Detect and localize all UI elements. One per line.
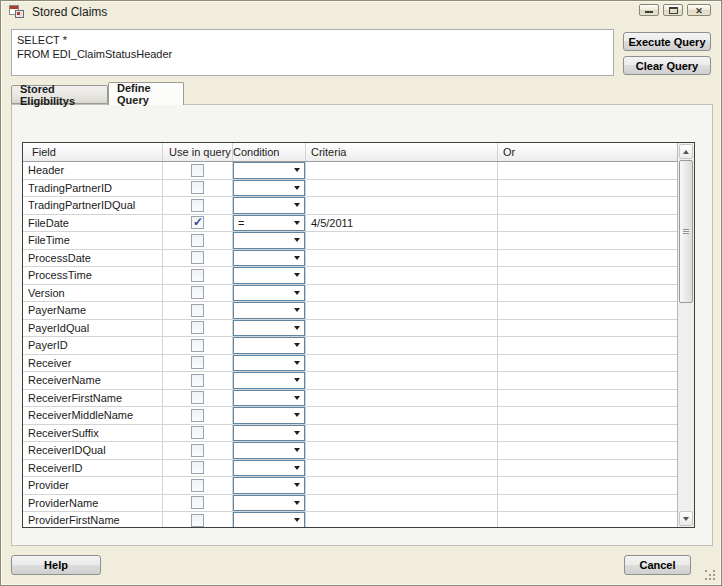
field-cell[interactable]: FileTime	[23, 232, 163, 249]
maximize-button[interactable]	[663, 4, 683, 16]
condition-dropdown[interactable]	[233, 302, 305, 319]
field-cell[interactable]: ReceiverFirstName	[23, 390, 163, 407]
condition-dropdown[interactable]	[233, 250, 305, 267]
or-cell[interactable]	[498, 390, 677, 407]
scroll-down-button[interactable]	[679, 511, 693, 526]
field-cell[interactable]: ProcessDate	[23, 250, 163, 267]
grid-vertical-scrollbar[interactable]	[677, 143, 694, 527]
or-cell[interactable]	[498, 180, 677, 197]
use-in-query-checkbox[interactable]	[191, 286, 204, 299]
or-cell[interactable]	[498, 232, 677, 249]
criteria-cell[interactable]: 4/5/2011	[306, 215, 498, 232]
or-cell[interactable]	[498, 162, 677, 179]
use-in-query-checkbox[interactable]	[191, 181, 204, 194]
use-in-query-checkbox[interactable]	[191, 496, 204, 509]
criteria-cell[interactable]	[306, 355, 498, 372]
or-cell[interactable]	[498, 267, 677, 284]
criteria-cell[interactable]	[306, 372, 498, 389]
condition-dropdown[interactable]	[233, 372, 305, 389]
field-cell[interactable]: ReceiverSuffix	[23, 425, 163, 442]
field-cell[interactable]: Header	[23, 162, 163, 179]
column-header-use-in-query[interactable]: Use in query	[163, 143, 233, 161]
criteria-cell[interactable]	[306, 162, 498, 179]
use-in-query-checkbox[interactable]	[191, 444, 204, 457]
condition-dropdown[interactable]	[233, 495, 305, 512]
use-in-query-checkbox[interactable]	[191, 374, 204, 387]
use-in-query-checkbox[interactable]	[191, 164, 204, 177]
help-button[interactable]: Help	[11, 555, 101, 575]
criteria-cell[interactable]	[306, 232, 498, 249]
or-cell[interactable]	[498, 355, 677, 372]
or-cell[interactable]	[498, 477, 677, 494]
tab-stored-eligibilitys[interactable]: Stored Eligibilitys	[11, 85, 108, 104]
field-cell[interactable]: ProviderName	[23, 495, 163, 512]
use-in-query-checkbox[interactable]	[191, 356, 204, 369]
field-cell[interactable]: TradingPartnerID	[23, 180, 163, 197]
field-cell[interactable]: ProviderFirstName	[23, 512, 163, 527]
column-header-criteria[interactable]: Criteria	[306, 143, 498, 161]
or-cell[interactable]	[498, 337, 677, 354]
condition-dropdown[interactable]	[233, 232, 305, 249]
use-in-query-checkbox[interactable]	[191, 339, 204, 352]
condition-dropdown[interactable]: =	[233, 215, 305, 232]
condition-dropdown[interactable]	[233, 320, 305, 337]
condition-dropdown[interactable]	[233, 197, 305, 214]
field-cell[interactable]: TradingPartnerIDQual	[23, 197, 163, 214]
condition-dropdown[interactable]	[233, 267, 305, 284]
criteria-cell[interactable]	[306, 495, 498, 512]
field-cell[interactable]: PayerID	[23, 337, 163, 354]
condition-dropdown[interactable]	[233, 390, 305, 407]
use-in-query-checkbox[interactable]	[191, 269, 204, 282]
scroll-track[interactable]	[678, 160, 694, 510]
or-cell[interactable]	[498, 425, 677, 442]
column-header-condition[interactable]: Condition	[233, 143, 306, 161]
criteria-cell[interactable]	[306, 250, 498, 267]
use-in-query-checkbox[interactable]	[191, 409, 204, 422]
condition-dropdown[interactable]	[233, 425, 305, 442]
use-in-query-checkbox[interactable]	[191, 234, 204, 247]
condition-dropdown[interactable]	[233, 407, 305, 424]
or-cell[interactable]	[498, 512, 677, 527]
field-cell[interactable]: ReceiverID	[23, 460, 163, 477]
field-cell[interactable]: PayerIdQual	[23, 320, 163, 337]
condition-dropdown[interactable]	[233, 477, 305, 494]
or-cell[interactable]	[498, 302, 677, 319]
field-cell[interactable]: FileDate	[23, 215, 163, 232]
use-in-query-checkbox[interactable]	[191, 514, 204, 527]
scroll-up-button[interactable]	[679, 144, 693, 159]
sql-query-textbox[interactable]: SELECT * FROM EDI_ClaimStatusHeader	[11, 29, 614, 76]
condition-dropdown[interactable]	[233, 337, 305, 354]
use-in-query-checkbox[interactable]	[191, 199, 204, 212]
field-cell[interactable]: Receiver	[23, 355, 163, 372]
criteria-cell[interactable]	[306, 337, 498, 354]
or-cell[interactable]	[498, 215, 677, 232]
use-in-query-checkbox[interactable]	[191, 216, 204, 229]
criteria-cell[interactable]	[306, 442, 498, 459]
criteria-cell[interactable]	[306, 425, 498, 442]
condition-dropdown[interactable]	[233, 460, 305, 477]
criteria-cell[interactable]	[306, 460, 498, 477]
field-cell[interactable]: Version	[23, 285, 163, 302]
condition-dropdown[interactable]	[233, 162, 305, 179]
criteria-cell[interactable]	[306, 267, 498, 284]
condition-dropdown[interactable]	[233, 355, 305, 372]
close-button[interactable]	[687, 4, 711, 16]
use-in-query-checkbox[interactable]	[191, 304, 204, 317]
use-in-query-checkbox[interactable]	[191, 251, 204, 264]
criteria-cell[interactable]	[306, 512, 498, 527]
use-in-query-checkbox[interactable]	[191, 426, 204, 439]
or-cell[interactable]	[498, 372, 677, 389]
criteria-cell[interactable]	[306, 180, 498, 197]
cancel-button[interactable]: Cancel	[624, 555, 691, 575]
or-cell[interactable]	[498, 407, 677, 424]
field-cell[interactable]: PayerName	[23, 302, 163, 319]
column-header-field[interactable]: Field	[23, 143, 163, 161]
field-cell[interactable]: ReceiverIDQual	[23, 442, 163, 459]
condition-dropdown[interactable]	[233, 180, 305, 197]
or-cell[interactable]	[498, 285, 677, 302]
use-in-query-checkbox[interactable]	[191, 479, 204, 492]
or-cell[interactable]	[498, 320, 677, 337]
criteria-cell[interactable]	[306, 320, 498, 337]
criteria-cell[interactable]	[306, 477, 498, 494]
execute-query-button[interactable]: Execute Query	[623, 32, 711, 51]
